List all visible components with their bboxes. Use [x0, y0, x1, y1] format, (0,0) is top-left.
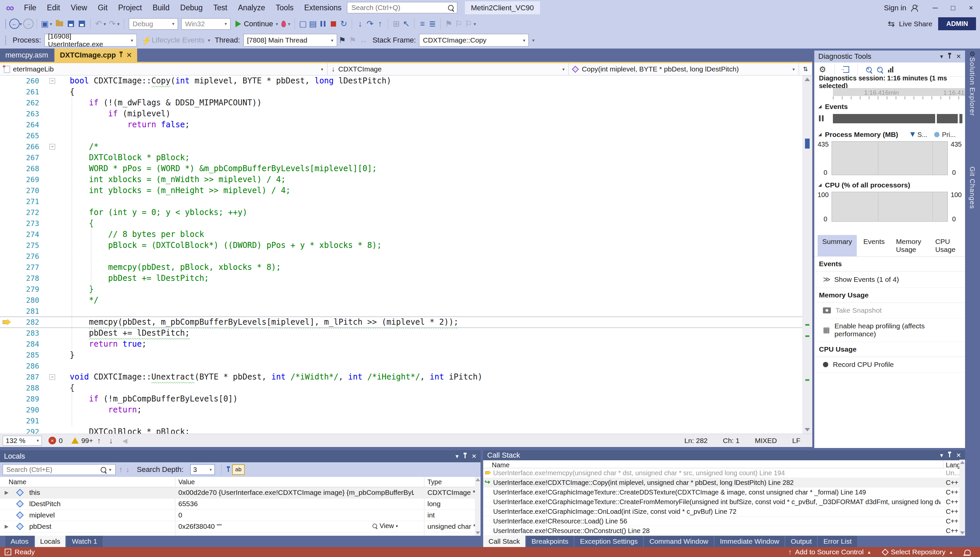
code-line-288[interactable]: 288{: [0, 383, 802, 394]
sign-in-button[interactable]: Sign in: [884, 4, 906, 12]
split-editor-button[interactable]: ⇅: [799, 63, 812, 75]
export-icon[interactable]: [843, 66, 849, 73]
menu-file[interactable]: File: [19, 0, 42, 16]
code-line-285[interactable]: 285}: [0, 350, 802, 361]
code-line-280[interactable]: 280 */: [0, 295, 802, 306]
tab-breakpoints[interactable]: Breakpoints: [526, 536, 574, 547]
scroll-up-icon[interactable]: [805, 78, 810, 81]
locals-search-box[interactable]: ▾: [3, 464, 115, 475]
code-map-icon[interactable]: ⊞: [391, 18, 401, 29]
tab-locals[interactable]: Locals: [35, 536, 66, 547]
navigate-back-icon[interactable]: ←: [9, 19, 19, 29]
step-over-icon[interactable]: ↷: [365, 18, 375, 29]
locals-scrollbar[interactable]: [475, 477, 480, 536]
menu-build[interactable]: Build: [147, 0, 175, 16]
show-events-link[interactable]: ≫ Show Events (1 of 4): [814, 272, 965, 288]
pin-icon[interactable]: [949, 54, 950, 59]
chart-options-icon[interactable]: [888, 67, 893, 72]
code-line-263[interactable]: 263 if (miplevel): [0, 108, 802, 119]
menu-analyze[interactable]: Analyze: [233, 0, 271, 16]
code-line-277[interactable]: 277 memcpy(pbDest, pBlock, xblocks * 8);: [0, 262, 802, 273]
events-timeline-bar[interactable]: [833, 114, 962, 123]
menu-edit[interactable]: Edit: [42, 0, 65, 16]
tab-memcpy.asm[interactable]: memcpy.asm: [0, 49, 54, 62]
menu-extensions[interactable]: Extensions: [299, 0, 347, 16]
code-line-276[interactable]: 276: [0, 251, 802, 262]
editor-vertical-scrollbar[interactable]: [802, 75, 812, 434]
code-line-261[interactable]: 261{: [0, 86, 802, 98]
locals-row-miplevel[interactable]: miplevel0int: [0, 510, 480, 521]
step-out-icon[interactable]: ↑: [375, 18, 385, 29]
diagnostic-tools-titlebar[interactable]: Diagnostic Tools ▾ ✕: [814, 50, 965, 62]
continue-icon[interactable]: [235, 21, 241, 27]
view-value-button[interactable]: View▾: [372, 522, 398, 530]
code-line-278[interactable]: 278 pbDest += lDestPitch;: [0, 273, 802, 284]
breadcrumb-type-dropdown[interactable]: ↓ CDXTCImage▾: [328, 63, 569, 75]
close-icon[interactable]: ✕: [472, 453, 477, 460]
cpu-section-header[interactable]: CPU (% of all processors): [814, 179, 965, 190]
hot-reload-icon[interactable]: [281, 21, 286, 27]
diagnostics-timeline-ruler[interactable]: 1:16.416min 1:16.41: [814, 87, 965, 99]
search-depth-dropdown[interactable]: 3▾: [190, 464, 215, 475]
flag-all-threads-icon[interactable]: ⚑: [349, 36, 356, 45]
toolbar-grip[interactable]: [5, 19, 6, 29]
toolbar-grip[interactable]: [5, 35, 6, 45]
navigate-forward-icon[interactable]: →: [23, 19, 34, 29]
process-memory-section-header[interactable]: Process Memory (MB) S... Pri...: [814, 129, 965, 139]
collapse-strip-icon[interactable]: ◀: [122, 437, 127, 445]
previous-issue-icon[interactable]: ↑: [97, 436, 101, 445]
select-pointer-icon[interactable]: ↖: [401, 18, 411, 29]
tab-output[interactable]: Output: [785, 536, 817, 547]
window-position-dropdown-icon[interactable]: ▾: [456, 453, 459, 460]
diag-tab-cpu-usage[interactable]: CPU Usage: [931, 235, 962, 256]
solution-configuration-dropdown[interactable]: Debug▾: [129, 18, 178, 29]
fold-collapse-icon[interactable]: −: [49, 374, 55, 380]
record-cpu-profile-button[interactable]: Record CPU Profile: [814, 357, 965, 373]
settings-gear-icon[interactable]: ⚙: [819, 65, 826, 74]
minimize-button[interactable]: ─: [926, 0, 944, 16]
menu-tools[interactable]: Tools: [270, 0, 299, 16]
call-stack-frame-4[interactable]: UserInterface.exe!CGraphicImage::OnLoad(…: [483, 507, 965, 516]
call-stack-titlebar[interactable]: Call Stack ▾ ✕: [483, 450, 965, 460]
maximize-button[interactable]: □: [944, 0, 962, 16]
next-issue-icon[interactable]: ↓: [109, 436, 113, 445]
code-line-279[interactable]: 279 }: [0, 284, 802, 295]
code-editor[interactable]: 260−bool CDXTCImage::Copy(int miplevel, …: [0, 75, 802, 434]
call-stack-column-headers[interactable]: Name Lang: [483, 460, 965, 468]
indent-icon[interactable]: ≡: [417, 18, 427, 29]
call-stack-frame-5[interactable]: UserInterface.exe!CResource::Load() Line…: [483, 516, 965, 526]
code-line-272[interactable]: 272 for (int y = 0; y < yblocks; ++y): [0, 207, 802, 218]
enable-heap-profiling-button[interactable]: ▦ Enable heap profiling (affects perform…: [814, 318, 965, 342]
open-file-icon[interactable]: [56, 21, 63, 26]
tab-command-window[interactable]: Command Window: [644, 536, 713, 547]
zoom-level-dropdown[interactable]: 132 %▾: [3, 436, 42, 446]
add-to-source-control-button[interactable]: ↑ Add to Source Control ▲: [789, 548, 871, 556]
undo-icon[interactable]: ↶: [94, 18, 104, 29]
admin-button[interactable]: ADMIN: [938, 17, 976, 30]
autohide-tab-git-changes[interactable]: Git Changes: [965, 161, 980, 214]
step-into-icon[interactable]: ↓: [355, 18, 365, 29]
quick-search-box[interactable]: [347, 2, 457, 13]
new-project-icon[interactable]: ▣: [40, 18, 50, 29]
pin-icon[interactable]: [465, 454, 466, 458]
close-icon[interactable]: ✕: [956, 452, 961, 459]
call-stack-scrollbar[interactable]: [959, 459, 965, 536]
search-up-icon[interactable]: ↑: [119, 465, 123, 474]
scroll-down-icon[interactable]: [805, 428, 810, 432]
close-tab-icon[interactable]: ✕: [126, 51, 132, 59]
live-share-button[interactable]: ⇆ Live Share: [886, 18, 932, 29]
expand-icon[interactable]: ▶: [5, 523, 9, 529]
code-line-286[interactable]: 286: [0, 361, 802, 371]
diag-tab-summary[interactable]: Summary: [818, 235, 857, 256]
menu-project[interactable]: Project: [113, 0, 148, 16]
code-line-260[interactable]: 260−bool CDXTCImage::Copy(int miplevel, …: [0, 75, 802, 86]
code-line-265[interactable]: 265: [0, 130, 802, 141]
breadcrumb-project-dropdown[interactable]: eterImageLib▾: [0, 63, 328, 75]
code-line-281[interactable]: 281: [0, 306, 802, 317]
menu-debug[interactable]: Debug: [175, 0, 208, 16]
warning-count[interactable]: 99+: [81, 437, 93, 445]
code-line-274[interactable]: 274 // 8 bytes per block: [0, 229, 802, 240]
tab-error-list[interactable]: Error List: [818, 536, 857, 547]
zoom-in-icon[interactable]: +: [866, 67, 872, 72]
redo-icon[interactable]: ↷: [107, 18, 117, 29]
